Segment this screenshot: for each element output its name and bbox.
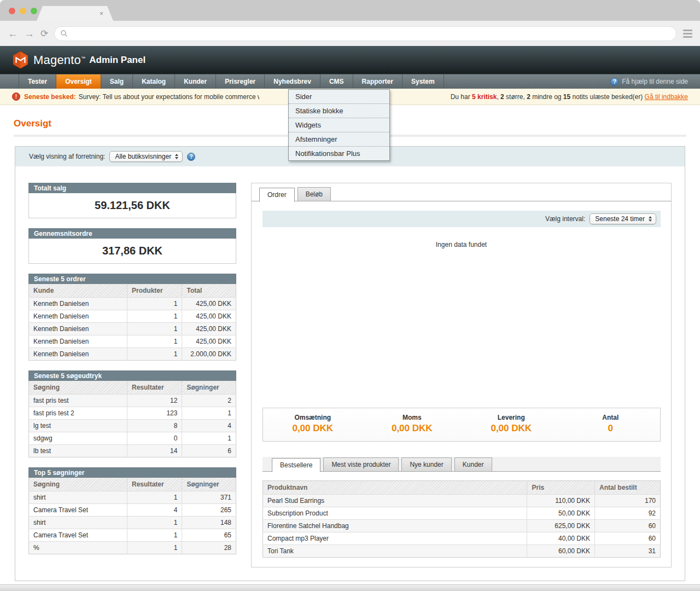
- tab-close-icon[interactable]: ×: [100, 10, 103, 17]
- table-row[interactable]: Kenneth Danielsen 1 425,00 DKK: [29, 323, 236, 335]
- interval-bar: Vælg interval: Seneste 24 timer: [262, 211, 661, 227]
- nav-item-tester[interactable]: Tester: [19, 74, 56, 89]
- interval-value: Seneste 24 timer: [595, 215, 645, 223]
- totals-summary: Omsætning 0,00 DKK Moms 0,00 DKK Leverin…: [262, 408, 661, 442]
- table-row[interactable]: sdgwg 0 1: [29, 432, 236, 445]
- cell: 110,00 DKK: [527, 495, 595, 507]
- browser-window: × ← → ⟳ Magento™ Admin Panel Tester Over…: [0, 0, 700, 591]
- recent-orders-title: Seneste 5 ordrer: [28, 274, 236, 284]
- column-header: Resultater: [127, 478, 182, 491]
- cell: 148: [182, 517, 236, 529]
- menu-item-afstemninger[interactable]: Afstemninger: [289, 132, 389, 146]
- nav-item-rapporter[interactable]: Rapporter: [353, 74, 402, 89]
- table-row[interactable]: shirt 1 148: [29, 517, 236, 529]
- column-header: Søgning: [29, 381, 127, 395]
- summary-label: Moms: [363, 414, 462, 421]
- table-row[interactable]: Kenneth Danielsen 1 425,00 DKK: [29, 335, 236, 348]
- store-view-help-icon[interactable]: ?: [187, 153, 195, 161]
- dashboard-container: Vælg visning af forretning: Alle butiksv…: [15, 146, 685, 581]
- menu-item-notifikationsbar-plus[interactable]: Notifikationsbar Plus: [289, 146, 389, 160]
- nav-item-system[interactable]: System: [402, 74, 444, 89]
- nav-item-cms[interactable]: CMS: [320, 74, 353, 89]
- table-row[interactable]: Kenneth Danielsen 1 425,00 DKK: [29, 310, 236, 323]
- cell: shirt: [29, 491, 127, 504]
- nav-item-oversigt[interactable]: Oversigt: [56, 74, 101, 89]
- table-row[interactable]: Camera Travel Set 1 65: [29, 529, 236, 542]
- table-row[interactable]: shirt 1 371: [29, 491, 236, 504]
- chart-tabs: Ordrer Beløb: [252, 183, 671, 201]
- table-row[interactable]: Subscription Product 50,00 DKK 92: [263, 507, 661, 520]
- interval-select[interactable]: Seneste 24 timer: [590, 213, 656, 224]
- tab-nye-kunder[interactable]: Nye kunder: [401, 457, 451, 472]
- recent-searches-title: Seneste 5 søgeudtryk: [28, 370, 236, 381]
- store-view-select[interactable]: Alle butiksvisninger: [109, 151, 183, 162]
- tab-mest-viste-produkter[interactable]: Mest viste produkter: [323, 457, 399, 472]
- critical-count: 5 kritisk: [472, 93, 497, 101]
- store-view-label: Vælg visning af forretning:: [29, 153, 105, 160]
- dashboard: Totalt salg 59.121,56 DKK Gennemsnitsord…: [15, 166, 685, 567]
- table-row[interactable]: % 1 28: [29, 542, 236, 554]
- average-order-title: Gennemsnitsordre: [28, 228, 236, 239]
- address-bar[interactable]: [54, 26, 676, 41]
- cell: Kenneth Danielsen: [29, 323, 127, 335]
- cms-dropdown-menu: Sider Statiske blokke Widgets Afstemning…: [288, 89, 390, 161]
- bestsellers-table: Produktnavn Pris Antal bestilt Pearl Stu…: [262, 480, 661, 558]
- top-searches-table: Søgning Resultater Søgninger shirt 1 371: [28, 478, 236, 554]
- summary-text: større,: [504, 93, 527, 101]
- column-header: Antal bestilt: [595, 481, 661, 495]
- nav-item-kunder[interactable]: Kunder: [175, 74, 216, 89]
- nav-item-nyhedsbrev[interactable]: Nyhedsbrev: [265, 74, 320, 89]
- menu-item-sider[interactable]: Sider: [289, 90, 389, 103]
- menu-item-widgets[interactable]: Widgets: [289, 118, 389, 132]
- table-row[interactable]: Pearl Stud Earrings 110,00 DKK 170: [263, 495, 661, 507]
- table-header-row: Kunde Produkter Total: [29, 284, 236, 298]
- store-view-value: Alle butiksvisninger: [115, 153, 171, 160]
- table-row[interactable]: lb test 14 6: [29, 445, 236, 457]
- cell: 60: [595, 532, 661, 545]
- menu-item-statiske-blokke[interactable]: Statiske blokke: [289, 103, 389, 118]
- cell: fast pris test 2: [29, 407, 127, 420]
- window-controls: [9, 8, 37, 14]
- table-row[interactable]: Camera Travel Set 4 265: [29, 504, 236, 517]
- total-sales-title: Totalt salg: [28, 183, 236, 193]
- tab-bestsellere[interactable]: Bestsellere: [272, 458, 320, 472]
- refresh-icon[interactable]: ⟳: [40, 29, 48, 38]
- browser-tab[interactable]: ×: [37, 6, 113, 21]
- help-label: Få hjælp til denne side: [622, 78, 688, 85]
- unread-summary: Du har 5 kritisk, 2 større, 2 mindre og …: [451, 93, 688, 101]
- zoom-window-icon[interactable]: [31, 8, 37, 14]
- go-to-inbox-link[interactable]: Gå til indbakke: [645, 93, 688, 101]
- table-row[interactable]: Florentine Satchel Handbag 625,00 DKK 60: [263, 520, 661, 532]
- table-row[interactable]: Tori Tank 60,00 DKK 31: [263, 545, 661, 558]
- cell: 1: [127, 348, 182, 361]
- summary-value: 0,00 DKK: [462, 423, 561, 434]
- table-row[interactable]: Compact mp3 Player 40,00 DKK 60: [263, 532, 661, 545]
- tab-ordrer[interactable]: Ordrer: [259, 188, 295, 202]
- no-data-message: Ingen data fundet: [252, 241, 671, 249]
- cell: 170: [595, 495, 661, 507]
- close-window-icon[interactable]: [9, 8, 15, 14]
- nav-item-salg[interactable]: Salg: [101, 74, 133, 89]
- table-row[interactable]: Kenneth Danielsen 1 2.000,00 DKK: [29, 348, 236, 361]
- cell: 1: [127, 517, 182, 529]
- cell: Kenneth Danielsen: [29, 348, 127, 361]
- table-row[interactable]: fast pris test 12 2: [29, 395, 236, 407]
- table-row[interactable]: Kenneth Danielsen 1 425,00 DKK: [29, 298, 236, 310]
- cell: 0: [127, 432, 182, 445]
- tab-kunder[interactable]: Kunder: [454, 457, 492, 472]
- menu-icon[interactable]: [683, 30, 692, 38]
- tab-beloeb[interactable]: Beløb: [298, 187, 331, 201]
- nav-item-prisregler[interactable]: Prisregler: [216, 74, 265, 89]
- back-icon[interactable]: ←: [8, 28, 18, 39]
- cell: Kenneth Danielsen: [29, 298, 127, 310]
- recent-orders-table: Kunde Produkter Total Kenneth Danielsen …: [28, 284, 236, 361]
- table-row[interactable]: fast pris test 2 123 1: [29, 407, 236, 420]
- forward-icon[interactable]: →: [24, 28, 34, 39]
- cell: 625,00 DKK: [527, 520, 595, 532]
- nav-item-katalog[interactable]: Katalog: [133, 74, 175, 89]
- minimize-window-icon[interactable]: [20, 8, 26, 14]
- top-searches-box: Top 5 søgninger Søgning Resultater Søgni…: [28, 467, 236, 554]
- table-row[interactable]: lg test 8 4: [29, 420, 236, 432]
- brand-name: Magento™: [33, 53, 85, 67]
- help-link[interactable]: ? Få hjælp til denne side: [610, 74, 700, 89]
